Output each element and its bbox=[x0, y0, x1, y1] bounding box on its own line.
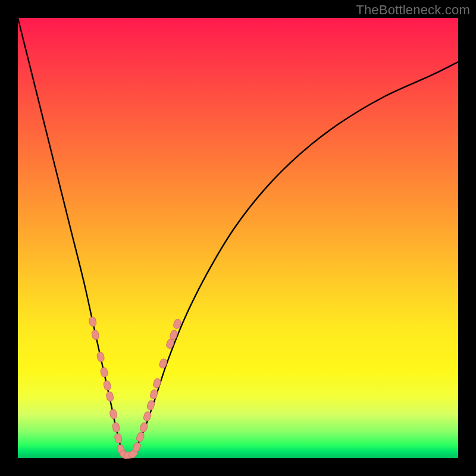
marker-pill bbox=[158, 358, 167, 369]
marker-pill bbox=[114, 433, 123, 444]
marker-pill bbox=[109, 409, 118, 419]
marker-pill bbox=[89, 317, 97, 327]
marker-pill bbox=[100, 367, 108, 378]
marker-pill bbox=[96, 352, 105, 362]
highlighted-points bbox=[89, 317, 182, 461]
bottleneck-curve bbox=[18, 18, 458, 456]
marker-pill bbox=[112, 422, 120, 433]
chart-stage: TheBottleneck.com bbox=[0, 0, 476, 476]
curve-path bbox=[18, 18, 458, 456]
marker-pill bbox=[103, 380, 111, 391]
watermark-text: TheBottleneck.com bbox=[356, 2, 470, 18]
marker-pill bbox=[152, 378, 161, 389]
marker-pill bbox=[149, 389, 158, 400]
marker-pill bbox=[106, 391, 114, 402]
curve-svg bbox=[18, 18, 458, 458]
plot-area bbox=[18, 18, 458, 458]
marker-pill bbox=[91, 330, 99, 340]
